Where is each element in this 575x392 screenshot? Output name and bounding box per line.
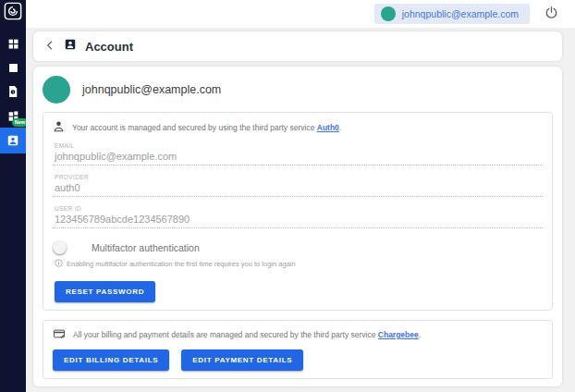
credit-card-edit-icon — [53, 328, 66, 341]
profile-avatar — [43, 76, 70, 104]
account-person-icon — [6, 134, 19, 147]
user-id-field-value[interactable]: 123456789abcde1234567890 — [55, 214, 543, 225]
account-badge-icon — [64, 38, 77, 55]
provider-field-value[interactable]: auth0 — [55, 182, 543, 193]
edit-payment-details-button[interactable]: EDIT PAYMENT DETAILS — [181, 349, 303, 371]
chevron-left-icon — [44, 38, 55, 55]
nav-item-documents[interactable] — [0, 80, 26, 104]
person-icon — [53, 120, 65, 134]
document-clock-icon — [7, 85, 18, 98]
nav-item-dashboard[interactable] — [0, 31, 26, 55]
chargebee-link[interactable]: Chargebee — [378, 330, 419, 339]
nav-item-apps[interactable]: New — [0, 104, 26, 128]
app-logo[interactable] — [0, 0, 26, 26]
mfa-label: Multifactor authentication — [92, 242, 200, 253]
sidebar: New — [0, 0, 26, 392]
account-card: johnqpublic@example.com Your account is … — [33, 67, 562, 386]
email-field-value[interactable]: johnqpublic@example.com — [55, 151, 543, 162]
profile-row: johnqpublic@example.com — [41, 74, 555, 112]
power-icon — [544, 6, 558, 23]
nav-item-panel[interactable] — [0, 55, 26, 80]
mfa-row: Multifactor authentication — [53, 242, 543, 253]
user-id-field: USER ID 123456789abcde1234567890 — [53, 205, 543, 228]
content-area: Account johnqpublic@example.com Your acc… — [26, 28, 575, 392]
user-account-chip[interactable]: johnqpublic@example.com — [374, 4, 530, 24]
user-email: johnqpublic@example.com — [402, 8, 519, 19]
email-field-label: EMAIL — [55, 142, 543, 149]
billing-buttons: EDIT BILLING DETAILS EDIT PAYMENT DETAIL… — [53, 349, 543, 371]
back-button[interactable] — [44, 38, 55, 55]
mfa-hint: Enabling multifactor authentication the … — [53, 259, 543, 269]
auth-section: Your account is managed and secured by u… — [43, 112, 553, 311]
logo-spiral-icon — [4, 2, 22, 24]
logout-button[interactable] — [544, 6, 558, 23]
page-header: Account — [33, 31, 562, 61]
info-icon — [55, 259, 63, 269]
reset-password-button[interactable]: RESET PASSWORD — [55, 281, 155, 302]
email-field: EMAIL johnqpublic@example.com — [53, 142, 543, 165]
mfa-toggle[interactable] — [55, 243, 77, 252]
auth-notice: Your account is managed and secured by u… — [53, 120, 543, 134]
user-id-field-label: USER ID — [55, 205, 543, 212]
auth-notice-text: Your account is managed and secured by u… — [72, 123, 341, 132]
user-avatar — [381, 6, 396, 21]
dashboard-grid-icon — [7, 38, 19, 50]
page-title: Account — [85, 40, 133, 54]
provider-field-label: PROVIDER — [55, 174, 543, 180]
square-icon — [7, 62, 19, 74]
profile-email: johnqpublic@example.com — [82, 83, 221, 96]
billing-notice-text: All your billing and payment details are… — [73, 330, 421, 339]
edit-billing-details-button[interactable]: EDIT BILLING DETAILS — [53, 349, 169, 371]
provider-field: PROVIDER auth0 — [53, 174, 543, 197]
mfa-hint-text: Enabling multifactor authentication the … — [67, 260, 296, 268]
auth0-link[interactable]: Auth0 — [317, 123, 339, 132]
nav-item-account[interactable] — [0, 128, 26, 153]
billing-notice: All your billing and payment details are… — [53, 328, 543, 341]
topbar: johnqpublic@example.com — [26, 0, 575, 28]
billing-section: All your billing and payment details are… — [43, 320, 553, 379]
